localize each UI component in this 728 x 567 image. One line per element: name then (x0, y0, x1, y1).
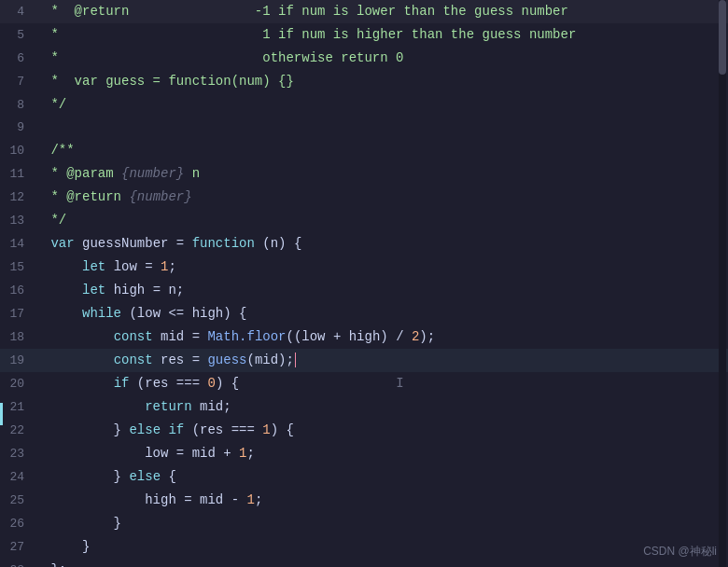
line-content-7: * var guess = function(num) {} (39, 70, 728, 92)
line-number-21: 21 (0, 396, 39, 419)
line-5: 5 * 1 if num is higher than the guess nu… (0, 23, 728, 47)
line-10: 10 /** (0, 139, 728, 162)
line-number-18: 18 (0, 326, 39, 349)
line-content-16: let high = n; (39, 279, 728, 301)
line-content-20: if (res === 0) { I (39, 372, 728, 394)
code-area: 4 * @return -1 if num is lower than the … (0, 0, 728, 567)
line-content-6: * otherwise return 0 (39, 47, 728, 69)
line-6: 6 * otherwise return 0 (0, 47, 728, 70)
line-20: 20 if (res === 0) { I (0, 372, 728, 395)
line-9: 9 (0, 117, 728, 139)
line-number-9: 9 (0, 117, 39, 139)
line-25: 25 high = mid - 1; (0, 489, 728, 512)
line-content-22: } else if (res === 1) { (39, 419, 728, 441)
line-content-19: const res = guess(mid); (39, 349, 728, 371)
line-number-10: 10 (0, 140, 39, 162)
line-content-11: * @param {number} n (39, 162, 728, 185)
line-content-27: } (39, 535, 728, 558)
line-number-13: 13 (0, 210, 39, 232)
line-28: 28 }; (0, 559, 728, 567)
line-number-15: 15 (0, 256, 39, 279)
line-15: 15 let low = 1; (0, 256, 728, 279)
line-content-12: * @return {number} (39, 186, 728, 208)
line-content-10: /** (39, 139, 728, 161)
line-content-25: high = mid - 1; (39, 489, 728, 511)
scrollbar[interactable] (719, 0, 726, 567)
line-22: 22 } else if (res === 1) { (0, 419, 728, 442)
line-content-4: * @return -1 if num is lower than the gu… (39, 0, 728, 22)
watermark: CSDN @神秘li (643, 544, 717, 560)
line-number-28: 28 (0, 560, 39, 567)
line-number-6: 6 (0, 48, 39, 70)
line-content-28: }; (39, 559, 728, 567)
line-number-11: 11 (0, 163, 39, 186)
line-13: 13 */ (0, 209, 728, 232)
line-content-13: */ (39, 209, 728, 231)
line-number-19: 19 (0, 350, 39, 372)
line-content-15: let low = 1; (39, 256, 728, 278)
line-8: 8 */ (0, 93, 728, 117)
scrollbar-thumb[interactable] (719, 0, 726, 75)
line-19[interactable]: 19 const res = guess(mid); (0, 349, 728, 372)
active-line-border (0, 403, 3, 425)
line-7: 7 * var guess = function(num) {} (0, 70, 728, 93)
line-content-5: * 1 if num is higher than the guess numb… (39, 23, 728, 46)
line-number-8: 8 (0, 94, 39, 117)
line-number-22: 22 (0, 420, 39, 442)
line-content-8: */ (39, 93, 728, 116)
line-content-14: var guessNumber = function (n) { (39, 232, 728, 255)
line-21: 21 return mid; (0, 395, 728, 419)
line-27: 27 } (0, 535, 728, 559)
line-number-20: 20 (0, 373, 39, 395)
line-number-16: 16 (0, 280, 39, 302)
line-content-21: return mid; (39, 395, 728, 418)
line-24: 24 } else { (0, 465, 728, 489)
line-number-24: 24 (0, 466, 39, 489)
line-number-5: 5 (0, 24, 39, 47)
line-number-27: 27 (0, 536, 39, 559)
line-number-7: 7 (0, 71, 39, 93)
line-14: 14 var guessNumber = function (n) { (0, 232, 728, 256)
line-18: 18 const mid = Math.floor((low + high) /… (0, 325, 728, 349)
line-number-12: 12 (0, 187, 39, 209)
line-content-18: const mid = Math.floor((low + high) / 2)… (39, 325, 728, 348)
line-content-17: while (low <= high) { (39, 302, 728, 325)
line-number-26: 26 (0, 513, 39, 535)
line-number-4: 4 (0, 1, 39, 23)
line-23: 23 low = mid + 1; (0, 442, 728, 465)
code-editor: 4 * @return -1 if num is lower than the … (0, 0, 728, 567)
line-number-14: 14 (0, 233, 39, 256)
line-content-24: } else { (39, 465, 728, 488)
line-11: 11 * @param {number} n (0, 162, 728, 186)
line-26: 26 } (0, 512, 728, 535)
line-4: 4 * @return -1 if num is lower than the … (0, 0, 728, 23)
line-number-17: 17 (0, 303, 39, 325)
line-content-23: low = mid + 1; (39, 442, 728, 464)
line-content-26: } (39, 512, 728, 534)
line-17: 17 while (low <= high) { (0, 302, 728, 325)
line-16: 16 let high = n; (0, 279, 728, 302)
line-number-25: 25 (0, 490, 39, 512)
line-number-23: 23 (0, 443, 39, 465)
line-12: 12 * @return {number} (0, 186, 728, 209)
